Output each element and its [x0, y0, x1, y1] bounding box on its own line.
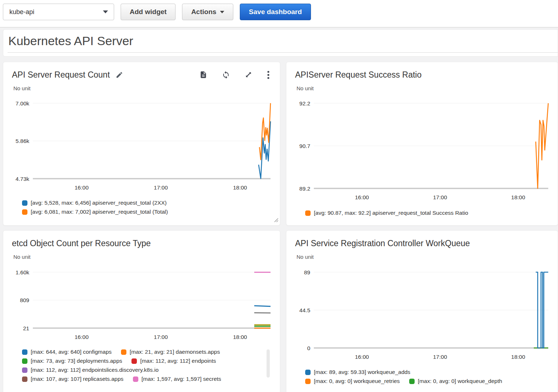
panel-header: etcd Object Count per Resource Type — [12, 236, 272, 250]
legend-scrollbar[interactable] — [267, 349, 270, 378]
legend-item[interactable]: [avg: 5,528, max: 6,456] apiserver_reque… — [22, 200, 167, 206]
panel-workqueue: API Service Registration Controller Work… — [286, 230, 558, 392]
legend-label: [max: 644, avg: 640] configmaps — [31, 349, 112, 355]
x-axis-tick-label: 16:00 — [74, 184, 88, 191]
panel-header: APIServer Request Success Ratio — [295, 68, 550, 82]
legend-row: [avg: 5,528, max: 6,456] apiserver_reque… — [22, 200, 272, 206]
legend-row: [avg: 90.87, max: 92.2] apiserver_reques… — [305, 210, 550, 216]
legend-item[interactable]: [max: 107, avg: 107] replicasets.apps — [22, 376, 124, 382]
legend-swatch — [121, 349, 126, 355]
y-axis-tick-label: 4.73k — [16, 176, 29, 182]
expand-icon[interactable] — [245, 71, 252, 79]
legend-label: [max: 112, avg: 112] endpointslices.disc… — [31, 367, 159, 373]
legend-swatch — [305, 210, 311, 216]
kebab-menu-icon[interactable] — [267, 70, 270, 79]
panel-title: APIServer Request Success Ratio — [295, 70, 421, 80]
legend-swatch — [22, 209, 27, 215]
legend-swatch — [305, 379, 311, 384]
dashboard-title-card: Kubernetes API Server — [3, 29, 558, 57]
legend-item[interactable]: [max: 21, avg: 21] daemonsets.apps — [121, 349, 220, 355]
legend-swatch — [22, 376, 27, 382]
resize-handle-icon[interactable] — [273, 217, 278, 224]
chart-legend: [max: 89, avg: 59.33] workqueue_adds[max… — [295, 369, 550, 384]
x-axis-tick-label: 18:00 — [511, 354, 525, 360]
chart-legend: [avg: 5,528, max: 6,456] apiserver_reque… — [12, 200, 272, 215]
legend-swatch — [131, 358, 137, 364]
refresh-icon[interactable] — [222, 71, 230, 79]
legend-swatch — [305, 370, 311, 375]
edit-title-icon[interactable] — [116, 71, 123, 79]
y-axis-tick-label: 5.86k — [16, 138, 29, 144]
x-axis-tick-label: 17:00 — [154, 184, 168, 191]
legend-row: [max: 89, avg: 59.33] workqueue_adds — [305, 369, 550, 375]
legend-swatch — [22, 200, 27, 206]
legend-item[interactable]: [max: 112, avg: 112] endpointslices.disc… — [22, 367, 159, 373]
legend-label: [avg: 5,528, max: 6,456] apiserver_reque… — [31, 200, 167, 206]
panel-actions — [199, 70, 272, 79]
legend-swatch — [133, 376, 138, 382]
panel-title: etcd Object Count per Resource Type — [12, 239, 151, 248]
save-dashboard-button[interactable]: Save dashboard — [240, 4, 311, 20]
panel-title: API Server Request Count — [12, 70, 110, 80]
y-axis-tick-label: 0 — [307, 345, 310, 351]
legend-swatch — [22, 349, 27, 355]
unit-label: No unit — [297, 254, 550, 260]
panel-title: API Service Registration Controller Work… — [295, 239, 470, 248]
legend-row: [max: 107, avg: 107] replicasets.apps[ma… — [22, 376, 272, 382]
unit-label: No unit — [13, 85, 272, 91]
panel-success-ratio: APIServer Request Success Ratio No unit … — [286, 62, 558, 226]
legend-item[interactable]: [max: 73, avg: 73] deployments.apps — [22, 358, 122, 364]
x-axis-tick-label: 16:00 — [355, 354, 369, 360]
legend-row: [max: 0, avg: 0] workqueue_retries[max: … — [305, 378, 550, 384]
request-count-chart: 7.00k5.86k4.73k16:0017:0018:00 — [12, 93, 273, 196]
legend-item[interactable]: [max: 0, avg: 0] workqueue_retries — [305, 378, 400, 384]
chevron-down-icon — [103, 10, 108, 13]
y-axis-tick-label: 7.00k — [16, 100, 29, 106]
add-widget-button[interactable]: Add widget — [121, 4, 176, 20]
legend-label: [max: 0, avg: 0] workqueue_retries — [314, 378, 400, 384]
page-title: Kubernetes API Server — [8, 34, 558, 48]
legend-row: [max: 112, avg: 112] endpointslices.disc… — [22, 367, 272, 373]
legend-item[interactable]: [max: 89, avg: 59.33] workqueue_adds — [305, 369, 410, 375]
x-axis-tick-label: 17:00 — [154, 334, 168, 340]
y-axis-tick-label: 809 — [20, 297, 29, 303]
y-axis-tick-label: 89.2 — [299, 186, 310, 192]
actions-button-label: Actions — [191, 8, 216, 16]
panel-header: API Server Request Count — [12, 68, 272, 82]
legend-label: [avg: 6,081, max: 7,002] apiserver_reque… — [31, 209, 168, 215]
legend-item[interactable]: [avg: 90.87, max: 92.2] apiserver_reques… — [305, 210, 468, 216]
x-axis-tick-label: 18:00 — [511, 194, 525, 200]
actions-button[interactable]: Actions — [182, 4, 233, 20]
workqueue-chart: 8944.5016:0017:0018:00 — [295, 261, 550, 365]
chart-legend: [avg: 90.87, max: 92.2] apiserver_reques… — [295, 210, 550, 216]
legend-label: [max: 89, avg: 59.33] workqueue_adds — [314, 369, 410, 375]
legend-row: [max: 73, avg: 73] deployments.apps[max:… — [22, 358, 272, 364]
chevron-down-icon — [220, 11, 224, 13]
legend-item[interactable]: [max: 644, avg: 640] configmaps — [22, 349, 112, 355]
y-axis-tick-label: 21 — [23, 325, 29, 331]
legend-item[interactable]: [max: 0, avg: 0] workqueue_depth — [409, 378, 502, 384]
series-line — [254, 313, 271, 313]
legend-label: [max: 21, avg: 21] daemonsets.apps — [130, 349, 220, 355]
dashboard-select-value: kube-api — [9, 8, 34, 16]
dashboard-select[interactable]: kube-api — [3, 4, 114, 20]
unit-label: No unit — [13, 254, 272, 260]
legend-row: [max: 644, avg: 640] configmaps[max: 21,… — [22, 349, 272, 355]
x-axis-tick-label: 17:00 — [433, 194, 447, 200]
legend-item[interactable]: [max: 112, avg: 112] endpoints — [131, 358, 216, 364]
x-axis-tick-label: 17:00 — [433, 354, 447, 360]
legend-swatch — [409, 379, 415, 384]
legend-row: [avg: 6,081, max: 7,002] apiserver_reque… — [22, 209, 272, 215]
x-axis-tick-label: 16:00 — [355, 194, 369, 200]
y-axis-tick-label: 89 — [304, 269, 310, 275]
legend-label: [max: 112, avg: 112] endpoints — [140, 358, 216, 364]
x-axis-tick-label: 18:00 — [233, 334, 247, 340]
success-ratio-chart: 92.290.789.216:0017:0018:00 — [295, 93, 550, 206]
legend-label: [max: 73, avg: 73] deployments.apps — [31, 358, 122, 364]
dashboard-toolbar: kube-api Add widget Actions Save dashboa… — [0, 0, 558, 27]
legend-swatch — [22, 358, 27, 364]
legend-item[interactable]: [avg: 6,081, max: 7,002] apiserver_reque… — [22, 209, 168, 215]
panel-etcd-object-count: etcd Object Count per Resource Type No u… — [3, 230, 280, 392]
logs-icon[interactable] — [199, 71, 207, 79]
legend-item[interactable]: [max: 1,597, avg: 1,597] secrets — [133, 376, 221, 382]
